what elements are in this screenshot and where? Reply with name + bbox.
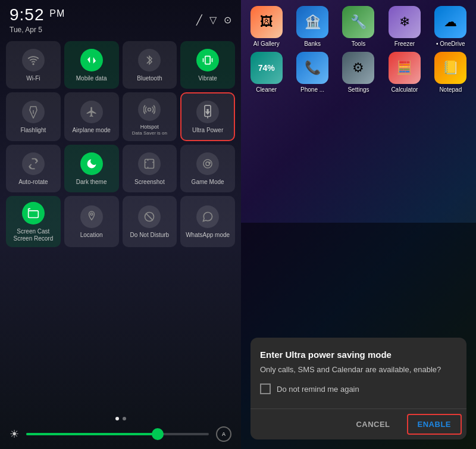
tiles-row-4: Screen CastScreen Record Location <box>6 196 235 247</box>
do-not-disturb-label: Do Not Disturb <box>130 232 170 239</box>
notepad-label: Notepad <box>439 86 462 93</box>
location-icon <box>80 205 103 228</box>
svg-line-14 <box>146 213 153 220</box>
wifi-icon <box>22 49 45 71</box>
dialog-overlay: Enter Ultra power saving mode Only calls… <box>241 223 476 449</box>
tile-hotspot[interactable]: HotspotData Saver is on <box>123 92 177 141</box>
tile-ultra-power[interactable]: Ultra Power <box>180 92 235 141</box>
app-banks[interactable]: 🏦 Banks <box>292 6 333 47</box>
ai-gallery-icon: 🖼 <box>250 6 283 38</box>
reminder-checkbox[interactable] <box>260 383 271 394</box>
svg-rect-1 <box>205 56 210 64</box>
ultra-power-dialog: Enter Ultra power saving mode Only calls… <box>250 338 466 439</box>
svg-point-12 <box>90 213 93 215</box>
mobile-data-icon <box>80 49 103 71</box>
enable-button[interactable]: ENABLE <box>407 414 462 435</box>
settings-label: Settings <box>347 86 369 93</box>
tile-mobile-data[interactable]: Mobile data <box>64 41 119 89</box>
banks-icon: 🏦 <box>296 6 328 38</box>
cancel-button[interactable]: CANCEL <box>344 409 402 439</box>
tiles-row-3: Auto-rotate Dark theme <box>6 145 235 192</box>
freezer-icon: ❄ <box>389 6 421 38</box>
home-screen-panel: 🖼 AI Gallery 🏦 Banks 🔧 Tools ❄ Freezer ☁… <box>241 0 476 449</box>
auto-rotate-icon <box>22 152 45 175</box>
clock-time: 9:52 PM <box>10 6 65 24</box>
brightness-bar: ☀ A <box>0 424 241 449</box>
brightness-thumb[interactable] <box>152 428 164 440</box>
banks-label: Banks <box>304 40 321 47</box>
app-phone[interactable]: 📞 Phone ... <box>292 52 333 93</box>
bluetooth-label: Bluetooth <box>137 75 162 82</box>
bluetooth-icon <box>138 49 161 71</box>
dialog-body: Only calls, SMS and Calendar are availab… <box>260 364 457 375</box>
brightness-track[interactable] <box>26 433 209 435</box>
brightness-fill <box>26 433 158 435</box>
dialog-content: Enter Ultra power saving mode Only calls… <box>250 338 466 409</box>
onedrive-label: • OneDrive <box>436 40 465 47</box>
vibrate-icon <box>196 49 219 71</box>
flashlight-icon <box>22 101 45 123</box>
filter-icon: ▽ <box>209 14 217 26</box>
app-notepad[interactable]: 📒 Notepad <box>430 52 471 93</box>
dark-theme-label: Dark theme <box>76 179 107 186</box>
tile-flashlight[interactable]: Flashlight <box>6 92 61 141</box>
vibrate-label: Vibrate <box>198 75 217 82</box>
ai-gallery-label: AI Gallery <box>253 40 280 47</box>
screenshot-label: Screenshot <box>134 179 165 186</box>
tile-do-not-disturb[interactable]: Do Not Disturb <box>123 196 177 247</box>
tile-bluetooth[interactable]: Bluetooth <box>123 41 177 89</box>
game-mode-icon <box>196 152 219 175</box>
whatsapp-label: WhatsApp mode <box>186 232 230 239</box>
tile-auto-rotate[interactable]: Auto-rotate <box>6 145 61 192</box>
settings-icon: ⚙ <box>342 52 374 84</box>
tile-game-mode[interactable]: Game Mode <box>180 145 235 192</box>
app-calculator[interactable]: 🧮 Calculator <box>384 52 425 93</box>
ultra-power-icon <box>196 101 219 123</box>
settings-circle-icon: ⊙ <box>224 14 231 26</box>
date-value: Tue, Apr 5 <box>10 26 65 34</box>
brightness-icon: ☀ <box>10 428 19 441</box>
app-settings[interactable]: ⚙ Settings <box>338 52 379 93</box>
tile-screen-cast[interactable]: Screen CastScreen Record <box>6 196 61 247</box>
tile-whatsapp[interactable]: WhatsApp mode <box>180 196 235 247</box>
tiles-row-1: Wi-Fi Mobile data Bluetooth <box>6 41 235 89</box>
onedrive-icon: ☁ <box>434 6 466 38</box>
app-cleaner[interactable]: 74% Cleaner <box>246 52 287 93</box>
status-icons: ╱ ▽ ⊙ <box>196 14 231 26</box>
app-freezer[interactable]: ❄ Freezer <box>384 6 425 47</box>
auto-rotate-label: Auto-rotate <box>18 179 48 186</box>
signal-icon: ╱ <box>196 14 202 26</box>
quick-settings-panel: 9:52 PM Tue, Apr 5 ╱ ▽ ⊙ <box>0 0 241 449</box>
location-label: Location <box>80 232 103 239</box>
pagination-dot-2 <box>123 417 126 420</box>
svg-rect-7 <box>145 159 154 168</box>
flashlight-label: Flashlight <box>20 127 46 134</box>
screen-cast-label: Screen CastScreen Record <box>14 228 54 242</box>
tile-dark-theme[interactable]: Dark theme <box>64 145 119 192</box>
time-block: 9:52 PM Tue, Apr 5 <box>10 6 65 34</box>
airplane-label: Airplane mode <box>72 127 110 134</box>
dialog-title: Enter Ultra power saving mode <box>260 350 457 360</box>
tiles-container: Wi-Fi Mobile data Bluetooth <box>0 36 241 413</box>
tile-vibrate[interactable]: Vibrate <box>180 41 235 89</box>
app-ai-gallery[interactable]: 🖼 AI Gallery <box>246 6 287 47</box>
checkbox-row: Do not remind me again <box>260 383 457 394</box>
tile-wifi[interactable]: Wi-Fi <box>6 41 61 89</box>
tools-label: Tools <box>352 40 365 47</box>
svg-point-4 <box>148 108 151 111</box>
dialog-buttons: CANCEL ENABLE <box>250 409 466 439</box>
auto-brightness-button[interactable]: A <box>216 426 231 442</box>
ultra-power-label: Ultra Power <box>192 127 223 134</box>
checkbox-label: Do not remind me again <box>277 385 359 394</box>
wifi-label: Wi-Fi <box>26 75 40 82</box>
tile-airplane[interactable]: Airplane mode <box>64 92 119 141</box>
phone-label: Phone ... <box>300 86 324 93</box>
auto-label: A <box>222 431 226 437</box>
status-bar: 9:52 PM Tue, Apr 5 ╱ ▽ ⊙ <box>0 0 241 36</box>
mobile-data-label: Mobile data <box>76 75 107 82</box>
tile-location[interactable]: Location <box>64 196 119 247</box>
svg-point-8 <box>203 160 212 168</box>
app-onedrive[interactable]: ☁ • OneDrive <box>430 6 471 47</box>
tile-screenshot[interactable]: Screenshot <box>123 145 177 192</box>
app-tools[interactable]: 🔧 Tools <box>338 6 379 47</box>
